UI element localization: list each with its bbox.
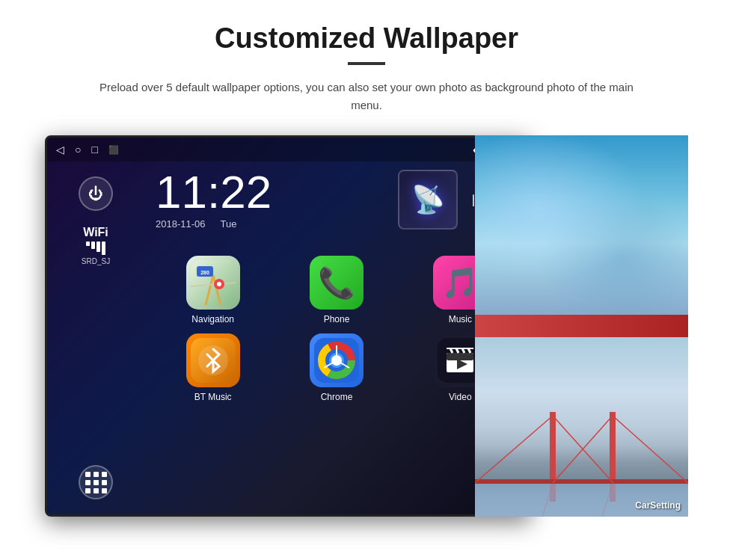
video-label: Video	[449, 392, 471, 402]
screenshot-icon[interactable]: ⬛	[108, 145, 119, 155]
wallpaper-bridge: CarSetting	[475, 337, 688, 517]
svg-point-12	[331, 355, 342, 366]
recent-icon[interactable]: □	[91, 144, 97, 156]
svg-text:280: 280	[200, 270, 209, 275]
app-grid: 280 Navigation 📞 Phone	[156, 256, 518, 402]
home-icon[interactable]: ○	[75, 144, 81, 156]
bar4	[102, 241, 105, 255]
wallpaper-partial	[475, 315, 688, 337]
svg-line-31	[613, 416, 688, 483]
nav-buttons: ◁ ○ □ ⬛	[56, 144, 119, 156]
sidebar-top: ⏻ WiFi SRD_SJ	[79, 176, 113, 265]
clock-date: 2018-11-06 Tue	[156, 218, 383, 230]
bar1	[86, 241, 90, 246]
page-title: Customized Wallpaper	[215, 22, 518, 55]
app-item-navigation[interactable]: 280 Navigation	[156, 256, 270, 324]
chrome-label: Chrome	[321, 392, 353, 402]
clock-section: 11:22 2018-11-06 Tue 📡 ⏮ B	[156, 169, 518, 241]
wallpaper-panels: CarSetting	[475, 135, 688, 517]
wifi-widget: WiFi SRD_SJ	[82, 226, 110, 265]
phone-icon: 📞	[310, 256, 364, 310]
bar3	[96, 241, 100, 252]
clock-time: 11:22	[156, 169, 383, 215]
app-item-chrome[interactable]: Chrome	[279, 333, 393, 402]
status-bar: ◁ ○ □ ⬛ ⬧ ▲ 11:22	[47, 138, 529, 161]
svg-rect-27	[475, 479, 688, 484]
svg-line-28	[475, 416, 553, 483]
svg-rect-18	[447, 353, 473, 360]
page-subtitle: Preload over 5 default wallpaper options…	[86, 79, 647, 114]
date-value: 2018-11-06	[156, 218, 206, 230]
app-item-phone[interactable]: 📞 Phone	[279, 256, 393, 324]
back-icon[interactable]: ◁	[56, 144, 64, 156]
bridge-scene	[475, 337, 688, 517]
android-sidebar: ⏻ WiFi SRD_SJ	[47, 161, 144, 514]
car-setting-label: CarSetting	[635, 500, 681, 511]
title-divider	[348, 62, 385, 65]
day-value: Tue	[221, 218, 237, 230]
wifi-signal-bars	[82, 241, 110, 255]
wifi-ssid: SRD_SJ	[82, 257, 110, 265]
radio-widget[interactable]: 📡	[398, 170, 458, 230]
ice-texture	[475, 135, 688, 315]
android-content: ⏻ WiFi SRD_SJ	[47, 161, 529, 514]
device-container: ◁ ○ □ ⬛ ⬧ ▲ 11:22 ⏻ WiFi	[45, 135, 688, 517]
bar2	[91, 241, 95, 249]
power-icon: ⏻	[88, 185, 103, 203]
android-screen: ◁ ○ □ ⬛ ⬧ ▲ 11:22 ⏻ WiFi	[45, 135, 531, 517]
apps-grid-icon	[85, 472, 107, 493]
bt-music-label: BT Music	[194, 392, 232, 402]
bt-music-icon	[186, 333, 240, 387]
chrome-icon	[310, 333, 364, 387]
navigation-label: Navigation	[191, 314, 234, 324]
navigation-icon: 280	[186, 256, 240, 310]
apps-button[interactable]	[79, 465, 113, 499]
android-main: 11:22 2018-11-06 Tue 📡 ⏮ B	[144, 161, 529, 514]
music-label: Music	[449, 314, 472, 324]
clock-info: 11:22 2018-11-06 Tue	[156, 169, 383, 230]
radio-icon: 📡	[411, 184, 445, 215]
wallpaper-ice	[475, 135, 688, 315]
power-button[interactable]: ⏻	[79, 176, 113, 211]
svg-point-4	[217, 282, 221, 286]
phone-label: Phone	[324, 314, 350, 324]
app-item-bt-music[interactable]: BT Music	[156, 333, 270, 402]
wifi-label: WiFi	[82, 226, 110, 239]
